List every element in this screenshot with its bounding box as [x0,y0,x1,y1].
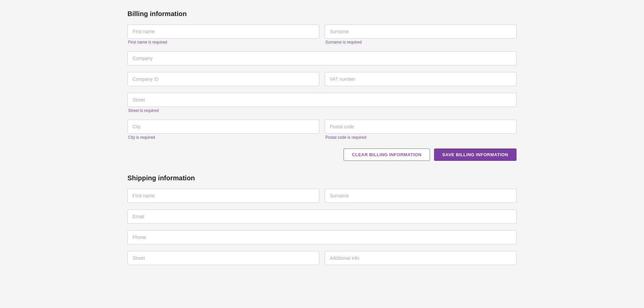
billing-surname-group: Surname is required [325,24,517,45]
shipping-phone-row [127,230,517,250]
billing-firstname-group: First name is required [127,24,319,45]
shipping-street-input[interactable] [127,251,319,265]
billing-vat-input[interactable] [325,72,517,86]
shipping-email-row [127,209,517,229]
billing-section: Billing information First name is requir… [127,10,517,161]
shipping-street-row [127,251,517,270]
billing-street-row: Street is required [127,93,517,118]
shipping-name-row [127,189,517,208]
billing-firstname-error: First name is required [127,40,319,45]
shipping-email-group [127,209,517,224]
page-container: Billing information First name is requir… [121,0,523,294]
billing-postalcode-input[interactable] [325,120,517,134]
billing-postalcode-error: Postal code is required [325,135,517,140]
billing-companyid-group [127,72,319,86]
shipping-additionalinfo-input[interactable] [325,251,517,265]
billing-button-row: CLEAR BILLING INFORMATION SAVE BILLING I… [127,148,517,161]
shipping-section-title: Shipping information [127,174,517,182]
billing-street-group: Street is required [127,93,517,113]
shipping-surname-input[interactable] [325,189,517,203]
billing-postalcode-group: Postal code is required [325,120,517,140]
billing-city-group: City is required [127,120,319,140]
billing-street-input[interactable] [127,93,517,107]
billing-surname-input[interactable] [325,24,517,39]
shipping-firstname-group [127,189,319,203]
shipping-phone-group [127,230,517,244]
billing-city-row: City is required Postal code is required [127,120,517,145]
billing-city-input[interactable] [127,120,319,134]
shipping-email-input[interactable] [127,209,517,224]
shipping-surname-group [325,189,517,203]
save-billing-button[interactable]: SAVE BILLING INFORMATION [434,148,517,161]
billing-city-error: City is required [127,135,319,140]
billing-firstname-input[interactable] [127,24,319,39]
billing-company-input[interactable] [127,51,517,65]
billing-surname-error: Surname is required [325,40,517,45]
billing-company-row [127,51,517,71]
clear-billing-button[interactable]: CLEAR BILLING INFORMATION [343,148,430,161]
shipping-section: Shipping information [127,174,517,270]
shipping-additionalinfo-group [325,251,517,265]
shipping-phone-input[interactable] [127,230,517,244]
billing-name-row: First name is required Surname is requir… [127,24,517,50]
shipping-firstname-input[interactable] [127,189,319,203]
billing-companyid-input[interactable] [127,72,319,86]
billing-vat-group [325,72,517,86]
billing-street-error: Street is required [127,108,517,113]
billing-section-title: Billing information [127,10,517,18]
billing-company-group [127,51,517,65]
billing-companyid-row [127,72,517,91]
shipping-street-group [127,251,319,265]
